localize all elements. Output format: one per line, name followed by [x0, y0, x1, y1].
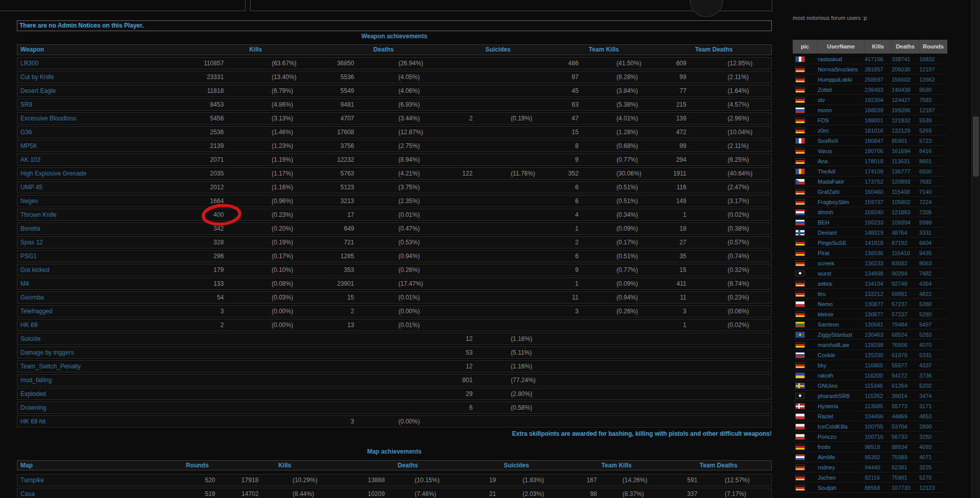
username-link[interactable]: Jochen: [818, 475, 836, 481]
username-link[interactable]: rastaskud: [818, 56, 842, 62]
weapon-row: G36 2536(1.46%) 17608(12.87%) 15(1.28%) …: [17, 126, 772, 138]
weapon-link[interactable]: Beretta: [20, 225, 40, 232]
username-link[interactable]: Hysteria: [818, 403, 838, 409]
username-link[interactable]: marshallLaw: [818, 342, 849, 348]
weapon-link[interactable]: Spas 12: [20, 239, 43, 246]
weapon-link[interactable]: Got kicked: [20, 266, 50, 273]
username-link[interactable]: SvaRoX: [818, 138, 838, 144]
username-link[interactable]: Ana: [818, 158, 828, 164]
username-link[interactable]: rodney: [818, 464, 835, 470]
weapon-link[interactable]: Telefragged: [20, 308, 53, 315]
deaths-percent: (3.44%): [354, 113, 445, 124]
username-link[interactable]: GNUino: [818, 383, 838, 389]
username-link[interactable]: TheAdi: [818, 168, 836, 175]
user-kills-value: 92116: [865, 475, 892, 481]
forum-users-title: most notorious forum users :p: [793, 15, 867, 21]
username-link[interactable]: stv: [818, 97, 825, 103]
weapon-link[interactable]: UMP 45: [20, 184, 42, 191]
team-kills-col-header[interactable]: Team Kills: [568, 461, 666, 470]
weapon-link[interactable]: Damage by triggers: [20, 349, 74, 356]
user-kills-value: 98518: [865, 444, 892, 450]
weapon-link[interactable]: Suicide: [20, 335, 40, 342]
skillpoints-footnote: Extra skillpoints are awarded for bashin…: [17, 430, 772, 437]
vertical-scrollbar-track[interactable]: [971, 0, 980, 498]
deaths-col-header[interactable]: Deaths: [322, 45, 445, 55]
username-link[interactable]: GrafZahl: [818, 189, 840, 195]
weapon-link[interactable]: LR300: [20, 60, 38, 67]
weapon-link[interactable]: Desert Eagle: [20, 87, 56, 94]
map-col-header[interactable]: Map: [17, 461, 180, 470]
username-link[interactable]: NormaSnockers: [818, 66, 858, 72]
team-deaths-col-header[interactable]: Team Deaths: [656, 45, 771, 55]
username-link[interactable]: BEH: [818, 219, 829, 226]
username-link[interactable]: Pirat: [818, 250, 829, 256]
username-link[interactable]: kleinie: [818, 311, 834, 317]
rounds-col-header[interactable]: Rounds: [180, 461, 219, 470]
username-link[interactable]: ZiggyStardust: [818, 332, 852, 338]
username-link[interactable]: Varus: [818, 148, 832, 154]
username-link[interactable]: Raziel: [818, 413, 834, 419]
weapon-link[interactable]: G36: [20, 129, 32, 136]
suicides-value: 122: [445, 168, 473, 179]
suicides-col-header[interactable]: Suicides: [445, 45, 551, 55]
weapon-link[interactable]: AK 102: [20, 156, 40, 163]
username-link[interactable]: z0rn: [818, 128, 828, 134]
username-link[interactable]: FragboySlim: [818, 199, 849, 205]
deaths-col-header[interactable]: Deaths: [350, 461, 465, 470]
weapon-link[interactable]: HK 69: [20, 321, 37, 329]
user-deaths-value: 69891: [892, 291, 919, 297]
weapon-link[interactable]: Negev: [20, 197, 38, 205]
username-link[interactable]: wurst: [818, 270, 831, 277]
weapon-link[interactable]: Excessive Bloodloss: [20, 115, 76, 122]
username-link[interactable]: Zottel: [818, 87, 832, 93]
weapon-link[interactable]: PSG1: [20, 253, 37, 260]
username-link[interactable]: tiru: [818, 291, 825, 297]
team-deaths-col-header[interactable]: Team Deaths: [666, 461, 771, 470]
map-link[interactable]: Turnpike: [20, 477, 44, 484]
kills-col-header[interactable]: Kills: [219, 461, 350, 470]
forum-user-row: Samtron 130681 79484 5497: [793, 319, 947, 330]
username-link[interactable]: rakoth: [818, 372, 834, 379]
weapon-link[interactable]: Exploded: [20, 390, 46, 397]
username-link[interactable]: dmmh: [818, 209, 834, 215]
weapon-link[interactable]: Thrown Knife: [20, 211, 57, 218]
username-link[interactable]: HumppaLakki: [818, 77, 852, 83]
username-link[interactable]: Samtron: [818, 321, 839, 328]
username-link[interactable]: MadaFakir: [818, 179, 844, 185]
weapon-link[interactable]: Goomba: [20, 294, 44, 301]
weapon-link[interactable]: High Explosive Grenade: [20, 170, 86, 177]
team-deaths-percent: [687, 361, 771, 372]
username-link[interactable]: Deviant: [818, 230, 837, 236]
username-link[interactable]: moon: [818, 107, 832, 113]
username-link[interactable]: pharaohSRB: [818, 393, 850, 399]
weapon-link[interactable]: HK 69 hit: [20, 418, 45, 425]
username-link[interactable]: Nemo: [818, 301, 832, 307]
username-link[interactable]: PingoSuSE: [818, 240, 846, 246]
username-link[interactable]: Ponczo: [818, 434, 837, 440]
username-link[interactable]: FDS: [818, 117, 829, 123]
weapon-link[interactable]: M4: [20, 280, 29, 287]
suicides-col-header[interactable]: Suicides: [465, 461, 568, 470]
username-link[interactable]: IceColdKIlla: [818, 424, 848, 430]
deaths-value: 9481: [322, 99, 354, 110]
suicides-percent: [473, 195, 551, 207]
map-rows: Turnpike 520 17918(10.29%) 13888(10.15%)…: [17, 474, 772, 498]
username-link[interactable]: Cookie: [818, 352, 835, 358]
username-link[interactable]: AimMe: [818, 454, 835, 460]
weapon-link[interactable]: Cut by Knife: [20, 73, 54, 81]
username-link[interactable]: screek: [818, 260, 834, 266]
username-link[interactable]: zebra: [818, 281, 832, 287]
username-link[interactable]: bky: [818, 362, 826, 368]
weapon-col-header[interactable]: Weapon: [17, 45, 189, 55]
weapon-link[interactable]: MP5K: [20, 142, 37, 150]
username-link[interactable]: Souljah: [818, 485, 837, 491]
vertical-scrollbar-thumb[interactable]: [973, 116, 979, 177]
weapon-link[interactable]: Drowning: [20, 404, 46, 411]
username-link[interactable]: frodo: [818, 444, 830, 450]
weapon-link[interactable]: Team_Switch_Penalty: [20, 363, 81, 370]
kills-col-header[interactable]: Kills: [189, 45, 323, 55]
weapon-link[interactable]: mod_falling: [20, 377, 52, 384]
team-kills-col-header[interactable]: Team Kills: [551, 45, 657, 55]
map-link[interactable]: Casa: [20, 490, 35, 497]
weapon-link[interactable]: SR8: [20, 101, 32, 108]
